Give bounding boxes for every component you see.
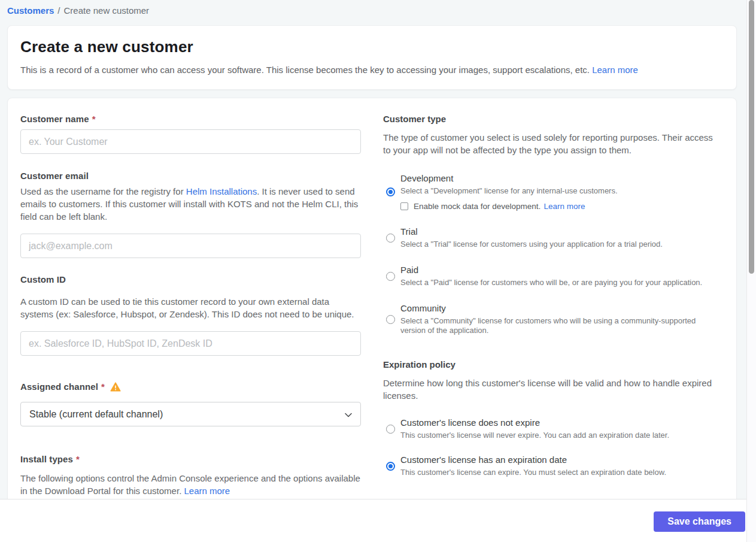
customer-email-description: Used as the username for the registry fo…: [20, 185, 361, 223]
community-description: Select a "Community" license for custome…: [400, 316, 722, 335]
install-types-section: Install types* The following options con…: [20, 454, 361, 497]
development-title: Development: [400, 173, 722, 183]
chevron-down-icon: [345, 409, 352, 420]
has-expiration-radio[interactable]: [386, 462, 395, 471]
customer-type-description: The type of customer you select is used …: [383, 131, 722, 156]
development-option-content: Development Select a "Development" licen…: [400, 173, 722, 211]
trial-option-content: Trial Select a "Trial" license for custo…: [400, 226, 722, 249]
required-asterisk: *: [92, 114, 96, 124]
assigned-channel-label: Assigned channel*: [20, 381, 361, 392]
required-asterisk: *: [76, 454, 80, 464]
customer-name-section: Customer name*: [20, 114, 361, 154]
customer-email-desc-before: Used as the username for the registry fo…: [20, 186, 186, 196]
customer-name-label-text: Customer name: [20, 114, 89, 124]
paid-description: Select a "Paid" license for customers wh…: [400, 278, 722, 287]
expiration-policy-section: Expiration policy Determine how long thi…: [383, 359, 722, 477]
paid-radio[interactable]: [386, 272, 395, 281]
customer-type-options: Development Select a "Development" licen…: [383, 173, 722, 335]
breadcrumb-separator: /: [57, 5, 60, 16]
customer-type-option-community: Community Select a "Community" license f…: [383, 303, 722, 335]
community-radio[interactable]: [386, 315, 395, 324]
community-title: Community: [400, 303, 722, 313]
install-types-label-text: Install types: [20, 454, 73, 464]
form-left-column: Customer name* Customer email Used as th…: [20, 114, 361, 497]
install-types-label: Install types*: [20, 454, 361, 464]
expiration-policy-label: Expiration policy: [383, 359, 722, 370]
custom-id-label-text: Custom ID: [20, 274, 66, 284]
form-right-column: Customer type The type of customer you s…: [383, 114, 722, 492]
expiration-policy-description: Determine how long this customer's licen…: [383, 377, 722, 402]
custom-id-description: A custom ID can be used to tie this cust…: [20, 295, 361, 320]
mock-data-learn-more-link[interactable]: Learn more: [544, 202, 585, 211]
header-learn-more-link[interactable]: Learn more: [592, 65, 638, 75]
has-expiration-title: Customer's license has an expiration dat…: [400, 455, 722, 465]
breadcrumb-customers-link[interactable]: Customers: [7, 5, 54, 16]
paid-title: Paid: [400, 265, 722, 275]
customer-type-label: Customer type: [383, 114, 722, 124]
customer-name-label: Customer name*: [20, 114, 361, 124]
assigned-channel-selected-value: Stable (current default channel): [29, 409, 163, 420]
customer-email-label: Customer email: [20, 171, 361, 181]
custom-id-input[interactable]: [20, 331, 361, 356]
install-types-description: The following options control the Admin …: [20, 472, 361, 497]
assigned-channel-select[interactable]: Stable (current default channel): [20, 402, 361, 426]
save-changes-button[interactable]: Save changes: [654, 511, 745, 532]
expiration-policy-options: Customer's license does not expire This …: [383, 417, 722, 477]
no-expire-option-content: Customer's license does not expire This …: [400, 417, 722, 440]
required-asterisk: *: [101, 381, 105, 392]
custom-id-section: Custom ID A custom ID can be used to tie…: [20, 274, 361, 356]
customer-name-input[interactable]: [20, 129, 361, 154]
page-description-text: This is a record of a customer who can a…: [20, 65, 590, 75]
custom-id-label: Custom ID: [20, 274, 361, 284]
paid-option-content: Paid Select a "Paid" license for custome…: [400, 265, 722, 287]
community-option-content: Community Select a "Community" license f…: [400, 303, 722, 335]
create-customer-form-card: Customer name* Customer email Used as th…: [7, 98, 737, 542]
development-radio[interactable]: [386, 187, 395, 196]
assigned-channel-label-text: Assigned channel: [20, 381, 98, 392]
page-title: Create a new customer: [20, 38, 724, 56]
mock-data-checkbox-row: Enable mock data for development. Learn …: [400, 202, 722, 211]
trial-title: Trial: [400, 226, 722, 237]
trial-description: Select a "Trial" license for customers u…: [400, 240, 722, 249]
helm-installations-link[interactable]: Helm Installations: [186, 186, 257, 196]
customer-type-option-paid: Paid Select a "Paid" license for custome…: [383, 265, 722, 287]
mock-data-checkbox[interactable]: [400, 202, 408, 210]
has-expiration-option-content: Customer's license has an expiration dat…: [400, 455, 722, 477]
expiration-option-no-expire: Customer's license does not expire This …: [383, 417, 722, 440]
development-description: Select a "Development" license for any i…: [400, 186, 722, 196]
has-expiration-description: This customer's license can expire. You …: [400, 468, 722, 477]
customer-email-section: Customer email Used as the username for …: [20, 171, 361, 258]
customer-type-option-trial: Trial Select a "Trial" license for custo…: [383, 226, 722, 249]
form-footer-bar: Save changes: [0, 499, 746, 542]
trial-radio[interactable]: [386, 234, 395, 243]
no-expire-title: Customer's license does not expire: [400, 417, 722, 428]
page-description: This is a record of a customer who can a…: [20, 65, 724, 75]
customer-type-option-development: Development Select a "Development" licen…: [383, 173, 722, 211]
no-expire-radio[interactable]: [386, 425, 395, 434]
scrollbar-track[interactable]: [746, 0, 756, 542]
install-types-learn-more-link[interactable]: Learn more: [184, 486, 230, 496]
scrollbar-thumb[interactable]: [749, 0, 754, 274]
breadcrumb: Customers/Create new customer: [7, 5, 149, 16]
expiration-option-has-date: Customer's license has an expiration dat…: [383, 455, 722, 477]
mock-data-checkbox-label: Enable mock data for development.: [414, 202, 541, 211]
customer-type-section: Customer type The type of customer you s…: [383, 114, 722, 335]
warning-triangle-icon: [110, 382, 121, 392]
no-expire-description: This customer's license will never expir…: [400, 431, 722, 440]
assigned-channel-section: Assigned channel* Stable (current defaul…: [20, 381, 361, 426]
breadcrumb-current: Create new customer: [64, 5, 150, 16]
page-header-card: Create a new customer This is a record o…: [7, 25, 737, 90]
customer-email-input[interactable]: [20, 234, 361, 258]
customer-email-label-text: Customer email: [20, 171, 89, 181]
